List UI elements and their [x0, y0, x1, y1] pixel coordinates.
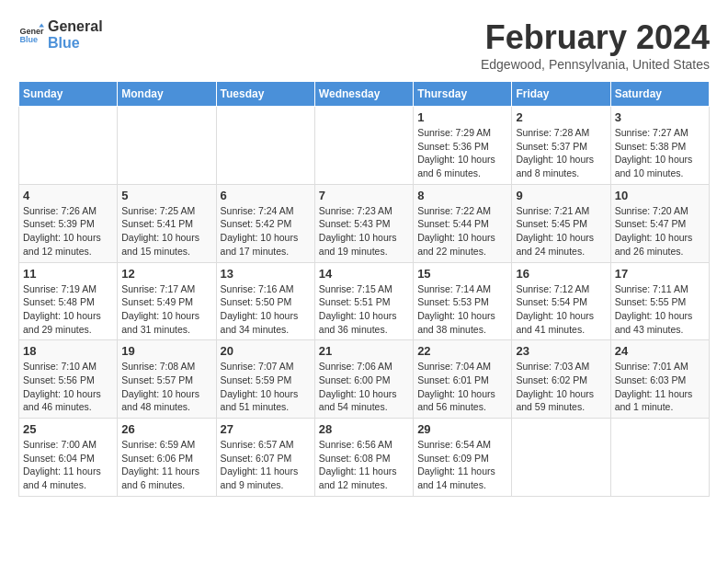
- calendar-cell: [118, 107, 216, 185]
- calendar-cell: 2Sunrise: 7:28 AMSunset: 5:37 PMDaylight…: [512, 107, 610, 185]
- logo: General Blue General Blue: [18, 18, 103, 51]
- day-number: 22: [417, 344, 507, 358]
- logo-line1: General: [48, 18, 103, 35]
- day-number: 21: [319, 344, 409, 358]
- day-info: Sunrise: 7:10 AMSunset: 5:56 PMDaylight:…: [23, 360, 113, 414]
- day-info: Sunrise: 6:57 AMSunset: 6:07 PMDaylight:…: [221, 438, 311, 492]
- day-number: 4: [23, 189, 113, 202]
- day-number: 16: [516, 267, 606, 281]
- calendar-cell: 3Sunrise: 7:27 AMSunset: 5:38 PMDaylight…: [610, 107, 709, 185]
- calendar-cell: 29Sunrise: 6:54 AMSunset: 6:09 PMDayligh…: [414, 419, 512, 497]
- day-number: 27: [221, 422, 311, 436]
- day-number: 20: [221, 344, 311, 358]
- calendar-cell: [512, 419, 610, 497]
- calendar-cell: 5Sunrise: 7:25 AMSunset: 5:41 PMDaylight…: [118, 184, 216, 262]
- day-number: 18: [23, 344, 113, 358]
- svg-text:General: General: [19, 26, 44, 35]
- day-info: Sunrise: 7:21 AMSunset: 5:45 PMDaylight:…: [516, 204, 606, 259]
- day-info: Sunrise: 7:14 AMSunset: 5:53 PMDaylight:…: [417, 282, 507, 337]
- day-number: 6: [221, 189, 311, 202]
- svg-marker-2: [39, 23, 44, 27]
- calendar-cell: 28Sunrise: 6:56 AMSunset: 6:08 PMDayligh…: [314, 419, 413, 497]
- calendar-week-row: 25Sunrise: 7:00 AMSunset: 6:04 PMDayligh…: [19, 419, 710, 497]
- calendar-cell: 17Sunrise: 7:11 AMSunset: 5:55 PMDayligh…: [610, 262, 709, 340]
- logo-line2: Blue: [48, 35, 103, 52]
- calendar-cell: 12Sunrise: 7:17 AMSunset: 5:49 PMDayligh…: [118, 262, 216, 340]
- day-number: 10: [615, 189, 705, 202]
- calendar-cell: 11Sunrise: 7:19 AMSunset: 5:48 PMDayligh…: [19, 262, 118, 340]
- day-info: Sunrise: 7:22 AMSunset: 5:44 PMDaylight:…: [417, 204, 507, 259]
- calendar-cell: [610, 419, 709, 497]
- day-info: Sunrise: 6:56 AMSunset: 6:08 PMDaylight:…: [319, 438, 409, 492]
- day-info: Sunrise: 6:59 AMSunset: 6:06 PMDaylight:…: [121, 438, 211, 492]
- calendar-cell: 10Sunrise: 7:20 AMSunset: 5:47 PMDayligh…: [610, 184, 709, 262]
- day-info: Sunrise: 7:15 AMSunset: 5:51 PMDaylight:…: [319, 282, 409, 337]
- day-info: Sunrise: 7:00 AMSunset: 6:04 PMDaylight:…: [23, 438, 113, 492]
- day-info: Sunrise: 7:12 AMSunset: 5:54 PMDaylight:…: [516, 282, 606, 337]
- calendar-cell: 13Sunrise: 7:16 AMSunset: 5:50 PMDayligh…: [216, 262, 314, 340]
- day-number: 24: [615, 344, 705, 358]
- calendar-cell: 9Sunrise: 7:21 AMSunset: 5:45 PMDaylight…: [512, 184, 610, 262]
- day-info: Sunrise: 7:27 AMSunset: 5:38 PMDaylight:…: [615, 126, 705, 180]
- day-of-week-header: Wednesday: [314, 82, 413, 107]
- day-number: 15: [417, 267, 507, 281]
- calendar-cell: 20Sunrise: 7:07 AMSunset: 5:59 PMDayligh…: [216, 340, 314, 419]
- calendar-cell: [314, 107, 413, 185]
- day-number: 23: [516, 344, 606, 358]
- day-of-week-header: Monday: [118, 82, 216, 107]
- calendar-week-row: 18Sunrise: 7:10 AMSunset: 5:56 PMDayligh…: [19, 340, 710, 419]
- calendar-body: 1Sunrise: 7:29 AMSunset: 5:36 PMDaylight…: [19, 107, 710, 497]
- day-number: 19: [121, 344, 211, 358]
- calendar-cell: 19Sunrise: 7:08 AMSunset: 5:57 PMDayligh…: [118, 340, 216, 419]
- header: General Blue General Blue February 2024 …: [18, 18, 710, 72]
- day-info: Sunrise: 7:16 AMSunset: 5:50 PMDaylight:…: [221, 282, 311, 337]
- day-info: Sunrise: 7:19 AMSunset: 5:48 PMDaylight:…: [23, 282, 113, 337]
- day-of-week-header: Sunday: [19, 82, 118, 107]
- day-number: 26: [121, 422, 211, 436]
- day-number: 5: [121, 189, 211, 202]
- calendar-cell: 15Sunrise: 7:14 AMSunset: 5:53 PMDayligh…: [414, 262, 512, 340]
- day-number: 11: [23, 267, 113, 281]
- day-info: Sunrise: 7:23 AMSunset: 5:43 PMDaylight:…: [319, 204, 409, 259]
- day-info: Sunrise: 7:01 AMSunset: 6:03 PMDaylight:…: [615, 360, 705, 414]
- day-info: Sunrise: 7:24 AMSunset: 5:42 PMDaylight:…: [221, 204, 311, 259]
- day-number: 29: [417, 422, 507, 436]
- day-info: Sunrise: 7:17 AMSunset: 5:49 PMDaylight:…: [121, 282, 211, 337]
- calendar-week-row: 11Sunrise: 7:19 AMSunset: 5:48 PMDayligh…: [19, 262, 710, 340]
- day-number: 28: [319, 422, 409, 436]
- calendar-week-row: 4Sunrise: 7:26 AMSunset: 5:39 PMDaylight…: [19, 184, 710, 262]
- day-number: 2: [516, 110, 606, 124]
- day-info: Sunrise: 7:08 AMSunset: 5:57 PMDaylight:…: [121, 360, 211, 414]
- day-of-week-header: Saturday: [610, 82, 709, 107]
- calendar-week-row: 1Sunrise: 7:29 AMSunset: 5:36 PMDaylight…: [19, 107, 710, 185]
- calendar-header: SundayMondayTuesdayWednesdayThursdayFrid…: [19, 82, 710, 107]
- day-number: 3: [615, 110, 705, 124]
- day-of-week-header: Tuesday: [216, 82, 314, 107]
- day-info: Sunrise: 7:04 AMSunset: 6:01 PMDaylight:…: [417, 360, 507, 414]
- day-number: 8: [417, 189, 507, 202]
- calendar-cell: 24Sunrise: 7:01 AMSunset: 6:03 PMDayligh…: [610, 340, 709, 419]
- calendar-cell: 23Sunrise: 7:03 AMSunset: 6:02 PMDayligh…: [512, 340, 610, 419]
- calendar: SundayMondayTuesdayWednesdayThursdayFrid…: [18, 81, 710, 497]
- day-number: 13: [221, 267, 311, 281]
- day-info: Sunrise: 7:07 AMSunset: 5:59 PMDaylight:…: [221, 360, 311, 414]
- calendar-cell: 1Sunrise: 7:29 AMSunset: 5:36 PMDaylight…: [414, 107, 512, 185]
- day-info: Sunrise: 7:25 AMSunset: 5:41 PMDaylight:…: [121, 204, 211, 259]
- day-number: 7: [319, 189, 409, 202]
- calendar-cell: [216, 107, 314, 185]
- day-info: Sunrise: 7:29 AMSunset: 5:36 PMDaylight:…: [417, 126, 507, 180]
- logo-icon: General Blue: [18, 22, 44, 48]
- day-number: 1: [417, 110, 507, 124]
- header-row: SundayMondayTuesdayWednesdayThursdayFrid…: [19, 82, 710, 107]
- title-area: February 2024 Edgewood, Pennsylvania, Un…: [481, 18, 710, 72]
- day-info: Sunrise: 7:28 AMSunset: 5:37 PMDaylight:…: [516, 126, 606, 180]
- day-info: Sunrise: 7:03 AMSunset: 6:02 PMDaylight:…: [516, 360, 606, 414]
- location: Edgewood, Pennsylvania, United States: [481, 57, 710, 72]
- calendar-cell: 22Sunrise: 7:04 AMSunset: 6:01 PMDayligh…: [414, 340, 512, 419]
- day-number: 14: [319, 267, 409, 281]
- calendar-cell: 16Sunrise: 7:12 AMSunset: 5:54 PMDayligh…: [512, 262, 610, 340]
- calendar-cell: [19, 107, 118, 185]
- calendar-cell: 8Sunrise: 7:22 AMSunset: 5:44 PMDaylight…: [414, 184, 512, 262]
- calendar-cell: 18Sunrise: 7:10 AMSunset: 5:56 PMDayligh…: [19, 340, 118, 419]
- month-title: February 2024: [481, 18, 710, 57]
